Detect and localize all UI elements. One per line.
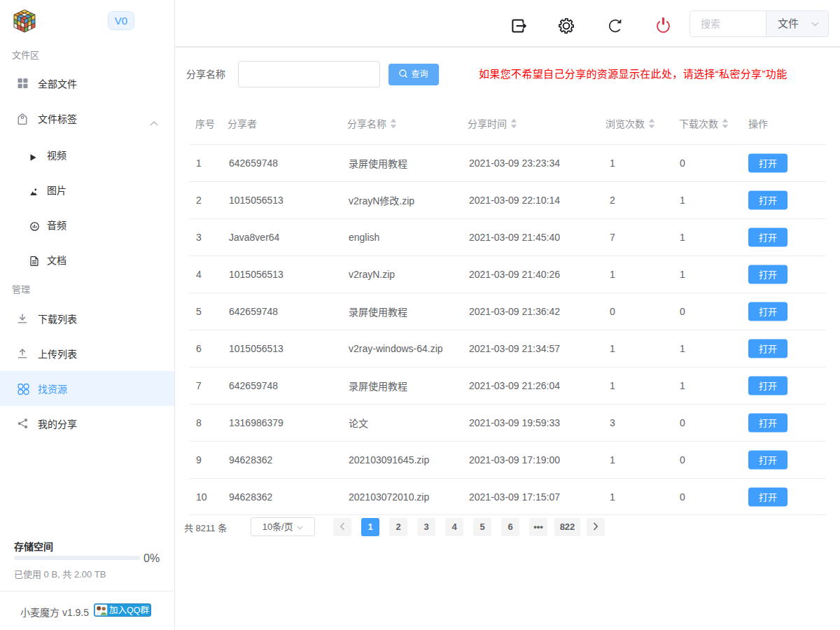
svg-text:加入QQ群: 加入QQ群 — [109, 606, 149, 615]
